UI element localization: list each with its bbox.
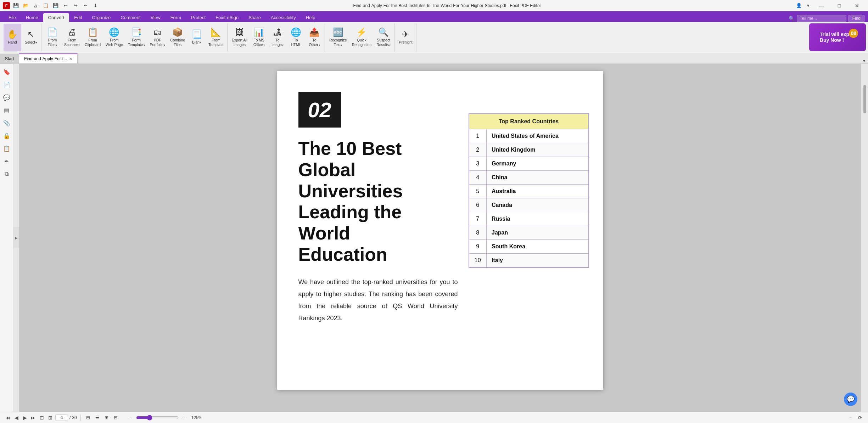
scrollbar-thumb[interactable] — [863, 85, 866, 113]
minimize-button[interactable]: — — [813, 0, 830, 11]
sign-btn[interactable]: ✒ — [82, 2, 89, 10]
table-row: 7 Russia — [469, 212, 589, 226]
table-row: 5 Australia — [469, 185, 589, 198]
sidebar-bookmark-icon[interactable]: 🔖 — [1, 67, 12, 77]
continuous-page-icon[interactable]: ☰ — [94, 414, 101, 422]
page-number-input[interactable] — [55, 414, 68, 421]
down-btn[interactable]: ⬇ — [91, 2, 99, 10]
collapse-btn[interactable]: ▾ — [863, 58, 868, 63]
close-button[interactable]: ✕ — [849, 0, 865, 11]
tab-form[interactable]: Form — [166, 13, 186, 22]
from-web-page-button[interactable]: 🌐 FromWeb Page — [103, 24, 125, 51]
to-other-button[interactable]: 📤 ToOther▾ — [306, 24, 323, 51]
sidebar-copy-icon[interactable]: ⧉ — [1, 169, 12, 179]
reflow-btn[interactable]: ⟳ — [857, 414, 864, 421]
sidebar-attachments-icon[interactable]: 📎 — [1, 118, 12, 128]
from-scanner-button[interactable]: 🖨 FromScanner▾ — [62, 24, 82, 51]
account-btn[interactable]: ▾ — [804, 2, 812, 10]
save2-btn[interactable]: 💾 — [52, 2, 60, 10]
recognize-text-button[interactable]: 🔤 RecognizeText▾ — [327, 24, 349, 51]
preflight-button[interactable]: ✈ Preflight — [397, 24, 415, 51]
select-icon: ↖ — [27, 30, 34, 39]
from-clipboard-button[interactable]: 📋 FromClipboard — [83, 24, 103, 51]
ribbon-toolbar: ✋ Hand ↖ Select▾ 📄 FromFiles▾ 🖨 FromScan… — [0, 22, 868, 53]
next-page-button[interactable]: ▶ — [21, 414, 28, 421]
two-continuous-icon[interactable]: ⊟ — [112, 414, 120, 422]
first-page-button[interactable]: ⏮ — [4, 414, 11, 421]
tab-close-icon[interactable]: ✕ — [69, 57, 72, 61]
sidebar-layers-icon[interactable]: ▤ — [1, 105, 12, 115]
tab-help[interactable]: Help — [301, 13, 320, 22]
props-btn[interactable]: 📋 — [42, 2, 50, 10]
combine-files-button[interactable]: 📦 CombineFiles — [168, 24, 187, 51]
hand-button[interactable]: ✋ Hand — [4, 24, 21, 51]
country-1: United States of America — [487, 129, 589, 143]
tab-home[interactable]: Home — [21, 13, 43, 22]
last-page-button[interactable]: ⏭ — [30, 414, 37, 421]
sidebar-pages-icon[interactable]: 📄 — [1, 79, 12, 90]
prev-page-button[interactable]: ◀ — [13, 414, 20, 421]
sidebar-output-icon[interactable]: 📋 — [1, 143, 12, 154]
tab-document[interactable]: Find-and-Apply-For-t... ✕ — [19, 53, 78, 63]
save-btn[interactable]: 💾 — [12, 2, 20, 10]
undo-btn[interactable]: ↩ — [62, 2, 69, 10]
dropdown-arrow: ▾ — [164, 44, 165, 47]
tab-protect[interactable]: Protect — [186, 13, 211, 22]
combine-icon: 📦 — [172, 28, 183, 36]
to-html-button[interactable]: 🌐 ToHTML — [287, 24, 305, 51]
tab-file[interactable]: File — [4, 13, 21, 22]
zoom-slider[interactable] — [136, 415, 179, 421]
tab-edit[interactable]: Edit — [69, 13, 87, 22]
tab-view[interactable]: View — [146, 13, 166, 22]
right-scrollbar[interactable] — [861, 64, 868, 412]
zoom-out-btn[interactable]: − — [127, 414, 134, 421]
sidebar-security-icon[interactable]: 🔒 — [1, 130, 12, 141]
find-button[interactable]: Find — [849, 15, 864, 22]
tab-share[interactable]: Share — [243, 13, 266, 22]
export-all-images-button[interactable]: 🖼 Export AllImages — [230, 24, 250, 51]
sidebar-comment-icon[interactable]: 💬 — [1, 92, 12, 103]
print-btn[interactable]: 🖨 — [32, 2, 40, 10]
sidebar-signature-icon[interactable]: ✒ — [1, 156, 12, 167]
preflight-icon: ✈ — [402, 30, 409, 39]
trial-badge[interactable]: Trial will expire Buy Now ! 08 — [809, 23, 866, 51]
select-button[interactable]: ↖ Select▾ — [22, 24, 40, 51]
tab-start[interactable]: Start — [0, 54, 19, 63]
to-ms-office-button[interactable]: 📊 To MSOffice▾ — [250, 24, 268, 51]
full-screen-button[interactable]: ⊞ — [47, 414, 54, 421]
fit-page-button[interactable]: ⊡ — [38, 414, 45, 421]
tab-foxit-esign[interactable]: Foxit eSign — [211, 13, 243, 22]
tab-start-label: Start — [5, 56, 14, 61]
suspect-results-button[interactable]: 🔍 SuspectResults▾ — [374, 24, 393, 51]
rank-3: 3 — [469, 157, 487, 171]
divider — [80, 414, 81, 421]
single-page-icon[interactable]: ⊟ — [84, 414, 92, 422]
pdf-viewer[interactable]: 02 The 10 BestGlobal UniversitiesLeading… — [19, 64, 861, 412]
fit-width-btn[interactable]: ↔ — [847, 414, 855, 421]
chat-button[interactable]: 💬 — [844, 393, 857, 406]
maximize-button[interactable]: □ — [831, 0, 847, 11]
search-input[interactable] — [797, 15, 846, 22]
pdf-portfolio-button[interactable]: 🗂 PDFPortfolio▾ — [148, 24, 168, 51]
panel-toggle[interactable]: ▶ — [13, 227, 19, 248]
tab-convert[interactable]: Convert — [43, 13, 69, 22]
rank-9: 9 — [469, 240, 487, 254]
tab-accessibility[interactable]: Accessibility — [266, 13, 301, 22]
user-icon[interactable]: 👤 — [795, 2, 803, 10]
form-template-button[interactable]: 📑 FormTemplate▾ — [126, 24, 147, 51]
tab-organize[interactable]: Organize — [87, 13, 116, 22]
from-template-button[interactable]: 📐 FromTemplate — [206, 24, 226, 51]
from-files-button[interactable]: 📄 FromFiles▾ — [44, 24, 61, 51]
two-page-icon[interactable]: ⊞ — [103, 414, 111, 422]
redo-btn[interactable]: ↪ — [72, 2, 79, 10]
quick-recognition-button[interactable]: ⚡ QuickRecognition — [350, 24, 374, 51]
tab-comment[interactable]: Comment — [116, 13, 145, 22]
blank-button[interactable]: 📃 Blank — [188, 24, 206, 51]
open-btn[interactable]: 📂 — [22, 2, 30, 10]
table-row: 4 China — [469, 171, 589, 185]
group-export: 🖼 Export AllImages 📊 To MSOffice▾ 🏞 ToIm… — [228, 23, 325, 51]
page-number-box: 02 — [298, 92, 341, 128]
zoom-in-btn[interactable]: + — [181, 414, 188, 421]
view-extras: ↔ ⟳ — [847, 414, 864, 421]
to-image-button[interactable]: 🏞 ToImage▾ — [269, 24, 286, 51]
